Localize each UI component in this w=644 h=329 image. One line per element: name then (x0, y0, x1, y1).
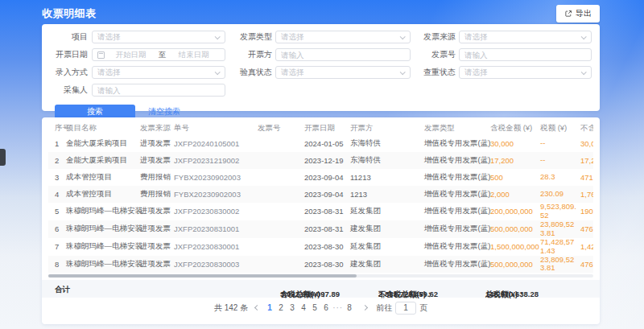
start-date-placeholder[interactable]: 开始日期 (105, 50, 157, 60)
cell-invoice-date: 2023-09-04 (304, 173, 350, 182)
chevron-down-icon (215, 34, 221, 39)
end-date-placeholder[interactable]: 结束日期 (167, 50, 220, 60)
cell-invoice-date: 2023-08-30 (304, 260, 350, 269)
page-number-list: 123456···8 (265, 303, 356, 312)
cell-invoice-source: 费用报销 (140, 189, 174, 199)
cell-issuer: 东海特供 (350, 155, 424, 166)
table-row: 7珠穆朗玛峰—电梯安装进项发票JXFP202308300012023-08-30… (48, 238, 593, 256)
invoice-source-label: 发票来源 (414, 31, 456, 43)
jump-unit: 页 (419, 302, 427, 314)
prev-page-button[interactable] (254, 305, 259, 310)
cell-amount-incl-tax: 1,500,000,000 (490, 242, 540, 251)
page-ellipsis: ··· (332, 303, 343, 312)
page-button-8[interactable]: 8 (345, 303, 354, 312)
cell-issuer: 建发集团 (350, 259, 424, 269)
invoice-date-range-picker[interactable]: 开始日期 至 结束日期 (92, 48, 225, 61)
invoice-type-select[interactable]: 请选择 (275, 31, 411, 43)
cell-invoice-date: 2023-08-31 (304, 207, 350, 216)
top-bar: 收票明细表 导出 (42, 4, 600, 23)
cell-order-no: JXFP20240105001 (174, 139, 258, 148)
cell-project-name: 珠穆朗玛峰—电梯安装 (66, 241, 140, 252)
cell-invoice-date: 2024-01-05 (304, 139, 350, 148)
cell-issuer: 延发集团 (350, 241, 424, 252)
cell-invoice-date: 2023-08-31 (304, 224, 350, 233)
horizontal-scrollbar-thumb[interactable] (48, 274, 357, 278)
cell-project-name: 珠穆朗玛峰—电梯安装 (66, 206, 140, 216)
side-dock-handle[interactable] (0, 149, 6, 166)
cell-order-no: JXFP20231219002 (174, 156, 258, 165)
collector-field[interactable] (92, 84, 225, 97)
page-button-1[interactable]: 1 (265, 303, 275, 312)
chevron-down-icon (581, 34, 587, 39)
verify-status-select[interactable]: 请选择 (275, 66, 411, 79)
cell-invoice-source: 进项发票 (140, 241, 174, 252)
cell-tax: 71,428,571.43 (540, 238, 580, 256)
cell-invoice-source: 进项发票 (140, 259, 174, 269)
cell-tax: -- (540, 156, 580, 165)
invoice-no-input[interactable] (464, 51, 586, 60)
project-select[interactable]: 请选择 (92, 31, 225, 43)
cell-index: 3 (48, 173, 66, 182)
entry-method-select[interactable]: 请选择 (92, 66, 225, 79)
pagination: 共 142 条 123456···8 前往 页 (42, 298, 600, 318)
col-header-index: 序号 (48, 123, 66, 134)
chevron-down-icon (400, 69, 406, 75)
page-button-4[interactable]: 4 (299, 303, 308, 312)
cell-amount-excl-tax: 1,428,571,428.57 (580, 242, 593, 251)
cell-tax: 28.3 (540, 173, 580, 182)
horizontal-scrollbar-track[interactable] (48, 274, 593, 278)
table-row: 4成本管控项目费用报销FYBX202309020032023-09-041213… (48, 186, 593, 203)
cell-issuer: 1213 (350, 190, 424, 199)
chevron-left-icon (254, 305, 260, 310)
cell-invoice-type: 增值税专用发票(蓝) (424, 241, 490, 252)
cell-amount-excl-tax: 471.7 (580, 173, 593, 182)
table-row: 8珠穆朗玛峰—电梯安装进项发票JXFP202308300032023-08-30… (48, 256, 593, 273)
issuer-input[interactable] (281, 51, 405, 60)
cell-amount-excl-tax: 1,769.91 (580, 190, 593, 199)
cell-invoice-source: 费用报销 (140, 172, 174, 183)
page-button-5[interactable]: 5 (310, 303, 320, 312)
cell-tax: 230.09 (540, 190, 580, 199)
cell-invoice-date: 2023-12-19 (304, 156, 350, 165)
cell-index: 6 (48, 224, 66, 233)
export-button[interactable]: 导出 (556, 5, 600, 23)
cell-project-name: 珠穆朗玛峰—电梯安装 (66, 224, 140, 234)
table-row: 2金能大厦采购项目进项发票JXFP202312190022023-12-19东海… (48, 152, 593, 169)
invoice-no-field[interactable] (459, 48, 592, 61)
cell-project-name: 成本管控项目 (66, 189, 140, 199)
issuer-field[interactable] (275, 48, 411, 61)
jump-page-input[interactable] (395, 302, 416, 315)
cell-index: 4 (48, 190, 66, 199)
chevron-right-icon (362, 305, 368, 310)
collector-label: 采集人 (46, 84, 88, 96)
export-icon (564, 10, 572, 18)
collector-input[interactable] (97, 86, 220, 95)
cell-amount-incl-tax: 500 (490, 173, 540, 182)
next-page-button[interactable] (361, 305, 367, 310)
clear-search-button[interactable]: 清空搜索 (148, 106, 180, 117)
invoice-table: 序号项目名称发票来源单号发票号开票日期开票方发票类型含税金额 (¥)税额 (¥)… (48, 121, 593, 273)
chevron-down-icon (215, 69, 221, 75)
cell-invoice-type: 增值税专用发票(蓝) (424, 259, 490, 269)
dup-check-status-select[interactable]: 请选择 (459, 66, 592, 79)
page-button-2[interactable]: 2 (276, 303, 286, 312)
dup-check-status-label: 查重状态 (414, 67, 456, 78)
cell-amount-incl-tax: 500,000,000 (490, 224, 540, 233)
cell-invoice-source: 进项发票 (140, 138, 174, 149)
invoice-table-panel: 序号项目名称发票来源单号发票号开票日期开票方发票类型含税金额 (¥)税额 (¥)… (42, 117, 600, 324)
cell-order-no: JXFP20230830002 (174, 207, 258, 216)
cell-amount-excl-tax: 476,190,476.19 (580, 260, 593, 269)
cell-invoice-type: 增值税专用发票(蓝) (424, 224, 490, 234)
page-button-6[interactable]: 6 (321, 303, 331, 312)
cell-amount-incl-tax: 2,000 (490, 190, 540, 199)
cell-amount-excl-tax: 17,200 (580, 156, 593, 165)
invoice-source-select[interactable]: 请选择 (459, 31, 592, 43)
page-button-3[interactable]: 3 (287, 303, 297, 312)
cell-project-name: 金能大厦采购项目 (66, 155, 140, 166)
col-header-tax: 税额 (¥) (540, 123, 580, 134)
verify-status-label: 验真状态 (227, 67, 272, 78)
cell-amount-incl-tax: 200,000,000 (490, 207, 540, 216)
col-header-amount-excl-tax: 不含税金额 (¥) (580, 123, 593, 134)
chevron-down-icon (400, 34, 406, 39)
cell-invoice-type: 增值税专用发票(蓝) (424, 172, 490, 183)
